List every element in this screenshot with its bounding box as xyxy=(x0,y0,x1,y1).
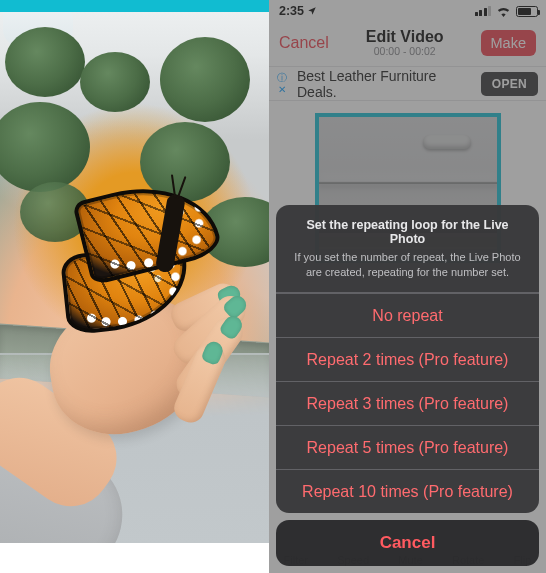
foliage xyxy=(0,102,90,192)
sheet-option-no-repeat[interactable]: No repeat xyxy=(276,293,539,337)
status-bar: 2:35 xyxy=(269,0,546,20)
sheet-option-repeat-10[interactable]: Repeat 10 times (Pro feature) xyxy=(276,469,539,513)
nav-title-group: Edit Video 00:00 - 00:02 xyxy=(366,28,444,57)
nav-title: Edit Video xyxy=(366,28,444,46)
sheet-title: Set the repeating loop for the Live Phot… xyxy=(290,218,525,246)
ad-banner: ⓘ ✕ Best Leather Furniture Deals. OPEN xyxy=(269,66,546,101)
ad-close-icon[interactable]: ✕ xyxy=(278,85,286,95)
wifi-icon xyxy=(496,6,511,17)
cellular-icon xyxy=(475,6,492,16)
sheet-main-group: Set the repeating loop for the Live Phot… xyxy=(276,205,539,513)
foliage xyxy=(80,52,150,112)
nav-bar: Cancel Edit Video 00:00 - 00:02 Make xyxy=(269,20,546,66)
sheet-cancel-button[interactable]: Cancel xyxy=(276,520,539,566)
preview-car-handle xyxy=(423,135,471,149)
accent-top-bar xyxy=(0,0,269,12)
monarch-butterfly xyxy=(35,175,244,350)
ad-info-icon[interactable]: ⓘ xyxy=(277,73,287,83)
status-right xyxy=(475,6,539,17)
ad-marker[interactable]: ⓘ ✕ xyxy=(275,73,289,95)
repeat-action-sheet: Set the repeating loop for the Live Phot… xyxy=(276,205,539,566)
sheet-option-repeat-2[interactable]: Repeat 2 times (Pro feature) xyxy=(276,337,539,381)
nav-subtitle: 00:00 - 00:02 xyxy=(366,46,444,58)
sheet-option-repeat-5[interactable]: Repeat 5 times (Pro feature) xyxy=(276,425,539,469)
location-icon xyxy=(307,6,317,16)
foliage xyxy=(160,37,250,122)
battery-icon xyxy=(516,6,538,17)
wing-spots xyxy=(77,175,219,280)
photo-butterfly-on-hand xyxy=(0,0,269,573)
bottom-bar xyxy=(0,543,269,573)
status-left: 2:35 xyxy=(279,4,317,18)
sheet-header: Set the repeating loop for the Live Phot… xyxy=(276,205,539,293)
foliage xyxy=(5,27,85,97)
preview-car-crease xyxy=(319,182,497,184)
status-time: 2:35 xyxy=(279,4,304,18)
iphone-edit-video-screen: 2:35 Cancel Edit Video 00:00 - 00:02 Mak… xyxy=(269,0,546,573)
sheet-description: If you set the number of repeat, the Liv… xyxy=(290,250,525,280)
ad-open-button[interactable]: OPEN xyxy=(481,72,538,96)
sheet-option-repeat-3[interactable]: Repeat 3 times (Pro feature) xyxy=(276,381,539,425)
nav-make-button[interactable]: Make xyxy=(481,30,536,56)
ad-headline[interactable]: Best Leather Furniture Deals. xyxy=(297,68,473,100)
photo-scene xyxy=(0,12,269,543)
butterfly-forewing xyxy=(72,171,224,286)
nav-cancel-button[interactable]: Cancel xyxy=(279,34,329,52)
